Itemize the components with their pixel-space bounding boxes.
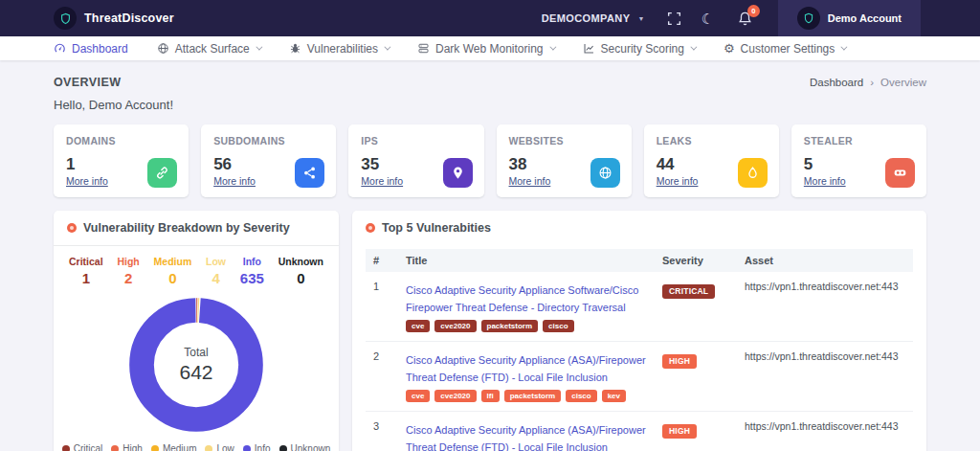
column-header-title: Title	[406, 255, 655, 266]
severity-stat-value: 0	[154, 270, 192, 286]
column-header-asset: Asset	[745, 255, 905, 266]
severity-stat-label: Medium	[154, 256, 192, 267]
caret-down-icon: ▼	[637, 15, 644, 22]
legend-item-medium[interactable]: Medium	[151, 443, 197, 451]
severity-badge: CRITICAL	[662, 284, 715, 299]
severity-stat-label: Critical	[69, 256, 103, 267]
severity-stat-high: High2	[117, 256, 139, 286]
severity-badge: HIGH	[662, 354, 697, 369]
moon-icon[interactable]: ☾	[702, 11, 718, 27]
stat-card-label: DOMAINS	[66, 135, 176, 147]
vulnerability-title-link[interactable]: Cisco Adaptive Security Appliance Softwa…	[406, 284, 638, 313]
tag-badge: cve2020	[434, 320, 476, 332]
page-title: OVERVIEW	[54, 76, 121, 89]
more-info-link[interactable]: More info	[361, 175, 403, 187]
severity-stat-value: 2	[117, 270, 139, 286]
more-info-link[interactable]: More info	[509, 175, 551, 187]
severity-stat-unknown: Unknown0	[278, 256, 323, 286]
menu-item-vulnerabilities[interactable]: Vulnerabilities	[289, 42, 389, 56]
table-row: 1Cisco Adaptive Security Appliance Softw…	[366, 272, 913, 342]
asset-text: https://vpn1.threatdiscover.net:443	[745, 281, 905, 292]
chart-line-icon	[583, 42, 595, 55]
legend-dot-icon	[205, 445, 212, 451]
donut-total-label: Total	[179, 346, 212, 359]
gauge-icon	[54, 42, 66, 55]
more-info-link[interactable]: More info	[66, 175, 108, 187]
menu-item-attack-surface[interactable]: Attack Surface	[157, 42, 260, 56]
menu-item-dashboard[interactable]: Dashboard	[54, 42, 128, 56]
menu-item-label: Attack Surface	[175, 42, 250, 56]
droplet-icon	[738, 158, 768, 188]
menu-item-customer-settings[interactable]: ⚙Customer Settings	[724, 42, 845, 56]
tag-badge: cisco	[543, 320, 573, 332]
globe-icon	[590, 158, 620, 188]
greeting-text: Hello, Demo Account!	[54, 98, 926, 112]
breadcrumb-dashboard[interactable]: Dashboard	[810, 77, 863, 88]
more-info-link[interactable]: More info	[213, 175, 256, 187]
legend-item-critical[interactable]: Critical	[62, 443, 103, 451]
table-header-row: #TitleSeverityAsset	[366, 249, 913, 272]
tag-badge: kev	[602, 390, 626, 402]
stat-card-ips: IPS35More info	[348, 124, 483, 197]
bug-icon	[289, 42, 301, 55]
menu-item-label: Dark Web Monitoring	[435, 42, 544, 56]
vulnerability-title-link[interactable]: Cisco Adaptive Security Appliance (ASA)/…	[406, 424, 646, 451]
asset-text: https://vpn1.threatdiscover.net:443	[745, 350, 905, 362]
legend-dot-icon	[151, 445, 159, 451]
legend-item-low[interactable]: Low	[205, 443, 234, 451]
fullscreen-icon[interactable]	[666, 11, 682, 27]
brand[interactable]: ThreatDiscover	[54, 7, 174, 30]
server-icon	[417, 42, 430, 55]
legend-item-info[interactable]: Info	[243, 443, 271, 451]
bug-icon	[366, 223, 375, 233]
severity-stat-label: High	[117, 256, 139, 267]
legend-item-high[interactable]: High	[111, 443, 143, 451]
tag-badge: packetstorm	[504, 390, 562, 402]
legend-dot-icon	[62, 445, 70, 451]
chevron-down-icon	[841, 44, 848, 51]
stat-card-domains: DOMAINS1More info	[54, 124, 189, 197]
menu-item-dark-web-monitoring[interactable]: Dark Web Monitoring	[417, 42, 554, 56]
content: OVERVIEW Dashboard › Overview Hello, Dem…	[0, 60, 980, 451]
company-name: DEMOCOMPANY	[542, 12, 631, 24]
bug-icon	[67, 223, 77, 233]
more-info-link[interactable]: More info	[657, 175, 699, 187]
chevron-down-icon	[384, 44, 390, 51]
tag-badge: cve	[406, 320, 430, 332]
severity-stat-value: 635	[240, 270, 264, 286]
stat-card-websites: WEBSITES38More info	[497, 124, 632, 197]
legend-dot-icon	[279, 445, 287, 451]
legend-dot-icon	[111, 445, 119, 451]
severity-stat-label: Unknown	[278, 256, 323, 267]
stat-card-stealer: STEALER5More info	[791, 124, 926, 197]
legend-label: Medium	[163, 443, 197, 451]
top-vulnerabilities-card: Top 5 Vulnerabities #TitleSeverityAsset …	[352, 211, 926, 451]
table-row: 3Cisco Adaptive Security Appliance (ASA)…	[366, 412, 913, 451]
more-info-link[interactable]: More info	[804, 175, 846, 187]
legend-label: Unknown	[291, 443, 331, 451]
vulnerability-title-link[interactable]: Cisco Adaptive Security Appliance (ASA)/…	[406, 354, 646, 383]
account-menu[interactable]: Demo Account	[778, 0, 921, 36]
legend-item-unknown[interactable]: Unknown	[279, 443, 331, 451]
severity-stat-value: 4	[206, 270, 226, 286]
tag-badge: cve2020	[434, 390, 476, 402]
breadcrumb-separator-icon: ›	[870, 77, 874, 88]
severity-badge: HIGH	[662, 424, 697, 439]
severity-stat-critical: Critical1	[69, 256, 103, 286]
bell-icon[interactable]: 0	[737, 11, 753, 27]
tag-badge: packetstorm	[481, 320, 539, 332]
main-menu: DashboardAttack SurfaceVulnerabilitiesDa…	[0, 36, 980, 60]
donut-total-value: 642	[179, 361, 212, 384]
stat-card-label: SUBDOMAINS	[213, 135, 323, 147]
company-selector[interactable]: DEMOCOMPANY ▼	[542, 12, 645, 24]
severity-stat-value: 0	[278, 270, 323, 286]
chevron-down-icon	[256, 44, 262, 51]
chevron-down-icon	[690, 44, 697, 51]
breadcrumb: Dashboard › Overview	[810, 77, 926, 88]
link-icon	[147, 158, 177, 188]
sitemap-icon	[295, 158, 324, 188]
stat-card-label: LEAKS	[657, 135, 767, 147]
globe-icon	[157, 42, 169, 55]
account-name: Demo Account	[828, 12, 902, 24]
menu-item-security-scoring[interactable]: Security Scoring	[583, 42, 695, 56]
